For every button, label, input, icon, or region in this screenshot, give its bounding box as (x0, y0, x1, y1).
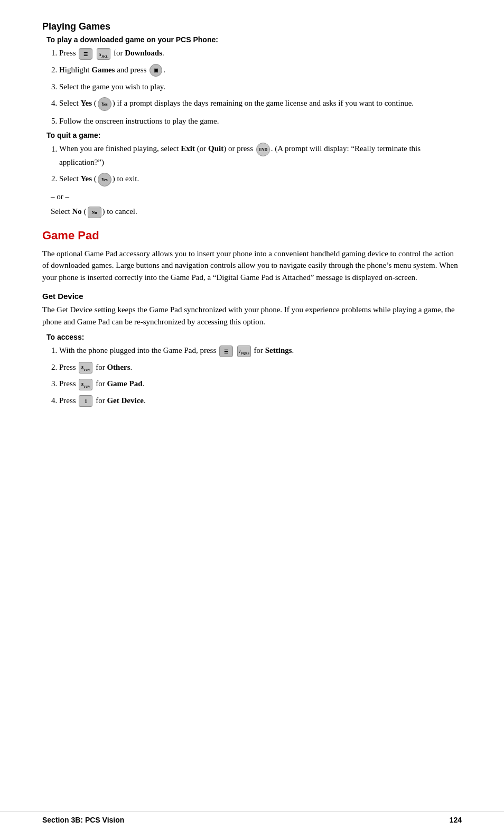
quit-step-1: When you are finished playing, select Ex… (59, 143, 462, 169)
page-footer: Section 3B: PCS Vision 124 (0, 811, 504, 824)
exit-bold: Exit (181, 145, 195, 153)
or-line: – or – (51, 191, 462, 203)
access-steps-list: With the phone plugged into the Game Pad… (59, 344, 462, 407)
quit-bold: Quit (208, 145, 223, 153)
others-bold: Others (107, 363, 130, 371)
get-device-body: The Get Device setting keeps the Game Pa… (42, 304, 462, 328)
get-device-heading: Get Device (42, 292, 462, 301)
access-step-3: Press 8TUV for Game Pad. (59, 378, 462, 390)
downloads-label: Downloads (125, 49, 162, 57)
playing-games-heading: Playing Games (42, 21, 462, 32)
play-step-4: Select Yes (Yes) if a prompt displays th… (59, 97, 462, 111)
select-no-line: Select No (No) to cancel. (51, 206, 462, 218)
get-device-bold: Get Device (107, 396, 144, 405)
8tuv-key-1: 8TUV (79, 362, 92, 374)
1-key: 1 (79, 395, 92, 407)
no-bold: No (72, 207, 81, 216)
yes-btn-icon-2: Yes (98, 173, 111, 186)
play-step-2: Highlight Games and press ▣. (59, 64, 462, 77)
play-step-5: Follow the onscreen instructions to play… (59, 115, 462, 127)
play-steps-list: Press ☰ 5JKL for Downloads. Highlight Ga… (59, 47, 462, 127)
access-step-4: Press 1 for Get Device. (59, 395, 462, 407)
play-step-3: Select the game you wish to play. (59, 81, 462, 93)
access-step-2: Press 8TUV for Others. (59, 361, 462, 374)
page-content: Playing Games To play a downloaded game … (42, 21, 462, 407)
play-step-1: Press ☰ 5JKL for Downloads. (59, 47, 462, 60)
end-btn-icon: END (256, 143, 270, 156)
quit-steps-list: When you are finished playing, select Ex… (59, 143, 462, 218)
menu-btn-icon: ▣ (150, 64, 162, 77)
yes-bold-1: Yes (80, 99, 92, 107)
no-btn-icon: No (88, 207, 101, 218)
yes-bold-2: Yes (80, 174, 92, 183)
quit-step-2: Select Yes (Yes) to exit. – or – Select … (59, 173, 462, 218)
game-pad-heading: Game Pad (42, 229, 462, 242)
footer-page-number: 124 (450, 816, 462, 824)
menu-icon-2: ☰ (219, 346, 233, 357)
7pqrs-key: 7PQRS (237, 346, 251, 357)
yes-btn-icon-1: Yes (98, 97, 111, 111)
8tuv-key-2: 8TUV (79, 379, 92, 390)
footer-section: Section 3B: PCS Vision (42, 816, 124, 824)
settings-bold: Settings (265, 346, 292, 354)
access-bold: To access: (46, 333, 462, 341)
games-bold: Games (91, 66, 115, 74)
access-step-1: With the phone plugged into the Game Pad… (59, 344, 462, 357)
game-pad-bold: Game Pad (107, 379, 142, 388)
5jkl-key: 5JKL (97, 48, 110, 60)
menu-icon-1: ☰ (79, 48, 92, 60)
play-intro: To play a downloaded game on your PCS Ph… (46, 35, 462, 44)
quit-heading: To quit a game: (46, 131, 462, 139)
game-pad-body: The optional Game Pad accessory allows y… (42, 248, 462, 284)
